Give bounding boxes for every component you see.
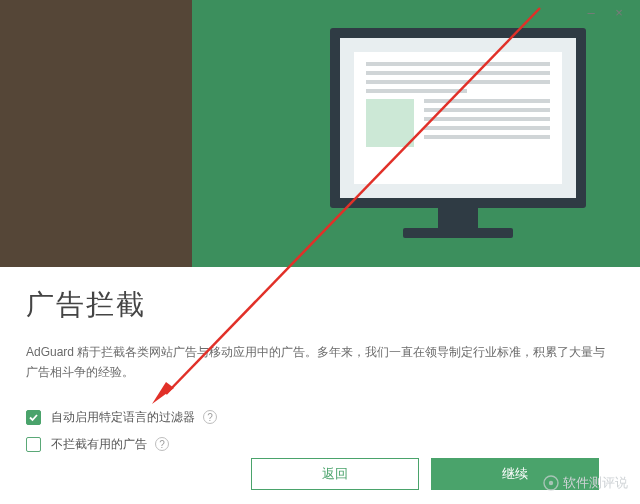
watermark-icon: [543, 475, 559, 491]
option-label: 不拦截有用的广告: [51, 436, 147, 453]
option-auto-language-filter[interactable]: 自动启用特定语言的过滤器 ?: [26, 409, 616, 426]
checkbox-icon[interactable]: [26, 437, 41, 452]
monitor-illustration: [330, 28, 586, 238]
page-description: AdGuard 精于拦截各类网站广告与移动应用中的广告。多年来，我们一直在领导制…: [26, 342, 606, 383]
checkbox-icon[interactable]: [26, 410, 41, 425]
option-allow-useful-ads[interactable]: 不拦截有用的广告 ?: [26, 436, 616, 453]
page-title: 广告拦截: [26, 286, 616, 324]
watermark-text: 软件测评说: [563, 474, 628, 492]
main-content: 广告拦截 AdGuard 精于拦截各类网站广告与移动应用中的广告。多年来，我们一…: [26, 286, 616, 463]
option-label: 自动启用特定语言的过滤器: [51, 409, 195, 426]
help-icon[interactable]: ?: [203, 410, 217, 424]
close-button[interactable]: ×: [612, 5, 626, 19]
help-icon[interactable]: ?: [155, 437, 169, 451]
svg-point-3: [549, 481, 553, 485]
minimize-button[interactable]: –: [584, 5, 598, 19]
watermark: 软件测评说: [543, 474, 628, 492]
hero-banner: [0, 0, 640, 267]
back-button[interactable]: 返回: [251, 458, 419, 490]
window-controls: – ×: [584, 0, 640, 24]
